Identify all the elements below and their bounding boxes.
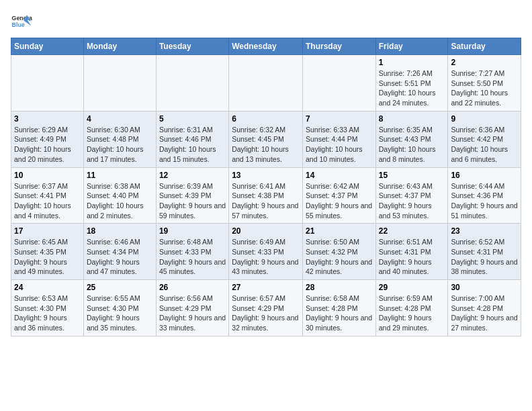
day-info: Sunrise: 6:51 AM Sunset: 4:31 PM Dayligh…	[379, 237, 445, 277]
calendar-cell: 17Sunrise: 6:45 AM Sunset: 4:35 PM Dayli…	[11, 224, 84, 280]
calendar-cell	[156, 55, 228, 111]
calendar-table: SundayMondayTuesdayWednesdayThursdayFrid…	[11, 38, 521, 336]
day-info: Sunrise: 6:48 AM Sunset: 4:33 PM Dayligh…	[159, 237, 226, 277]
day-info: Sunrise: 7:27 AM Sunset: 5:50 PM Dayligh…	[451, 68, 518, 108]
calendar-cell: 4Sunrise: 6:30 AM Sunset: 4:48 PM Daylig…	[83, 111, 156, 167]
calendar-week-row: 3Sunrise: 6:29 AM Sunset: 4:49 PM Daylig…	[11, 111, 521, 167]
calendar-cell: 28Sunrise: 6:58 AM Sunset: 4:28 PM Dayli…	[302, 280, 375, 336]
calendar-cell: 25Sunrise: 6:55 AM Sunset: 4:30 PM Dayli…	[83, 280, 156, 336]
calendar-cell: 9Sunrise: 6:36 AM Sunset: 4:42 PM Daylig…	[448, 111, 521, 167]
calendar-cell	[11, 55, 84, 111]
day-number: 25	[87, 283, 153, 292]
day-info: Sunrise: 6:52 AM Sunset: 4:31 PM Dayligh…	[451, 237, 518, 277]
day-info: Sunrise: 6:35 AM Sunset: 4:43 PM Dayligh…	[379, 125, 445, 165]
calendar-cell: 15Sunrise: 6:43 AM Sunset: 4:37 PM Dayli…	[375, 167, 448, 224]
calendar-cell: 11Sunrise: 6:38 AM Sunset: 4:40 PM Dayli…	[83, 167, 156, 224]
calendar-cell: 3Sunrise: 6:29 AM Sunset: 4:49 PM Daylig…	[11, 111, 84, 167]
day-info: Sunrise: 6:44 AM Sunset: 4:36 PM Dayligh…	[451, 181, 518, 221]
col-header-thursday: Thursday	[302, 38, 375, 55]
calendar-cell: 12Sunrise: 6:39 AM Sunset: 4:39 PM Dayli…	[156, 167, 228, 224]
calendar-cell	[83, 55, 156, 111]
col-header-sunday: Sunday	[11, 38, 84, 55]
day-info: Sunrise: 6:50 AM Sunset: 4:32 PM Dayligh…	[306, 237, 373, 277]
day-info: Sunrise: 6:59 AM Sunset: 4:28 PM Dayligh…	[379, 293, 445, 333]
day-info: Sunrise: 6:43 AM Sunset: 4:37 PM Dayligh…	[379, 181, 445, 221]
calendar-cell	[302, 55, 375, 111]
day-info: Sunrise: 6:37 AM Sunset: 4:41 PM Dayligh…	[14, 181, 81, 221]
svg-text:Blue: Blue	[12, 21, 25, 28]
day-number: 30	[451, 283, 518, 292]
day-info: Sunrise: 6:33 AM Sunset: 4:44 PM Dayligh…	[306, 125, 373, 165]
day-info: Sunrise: 6:55 AM Sunset: 4:30 PM Dayligh…	[87, 293, 153, 333]
calendar-cell: 29Sunrise: 6:59 AM Sunset: 4:28 PM Dayli…	[375, 280, 448, 336]
day-info: Sunrise: 6:57 AM Sunset: 4:29 PM Dayligh…	[232, 293, 300, 333]
calendar-cell: 18Sunrise: 6:46 AM Sunset: 4:34 PM Dayli…	[83, 224, 156, 280]
day-number: 10	[14, 171, 81, 180]
day-info: Sunrise: 6:38 AM Sunset: 4:40 PM Dayligh…	[87, 181, 153, 221]
calendar-cell: 14Sunrise: 6:42 AM Sunset: 4:37 PM Dayli…	[302, 167, 375, 224]
day-info: Sunrise: 6:49 AM Sunset: 4:33 PM Dayligh…	[232, 237, 300, 277]
col-header-wednesday: Wednesday	[229, 38, 303, 55]
day-number: 29	[379, 283, 445, 292]
day-info: Sunrise: 6:39 AM Sunset: 4:39 PM Dayligh…	[159, 181, 226, 221]
page-header: General Blue	[11, 11, 521, 32]
calendar-cell: 10Sunrise: 6:37 AM Sunset: 4:41 PM Dayli…	[11, 167, 84, 224]
day-info: Sunrise: 6:29 AM Sunset: 4:49 PM Dayligh…	[14, 125, 81, 165]
day-number: 21	[306, 226, 373, 236]
day-number: 28	[306, 283, 373, 292]
calendar-header-row: SundayMondayTuesdayWednesdayThursdayFrid…	[11, 38, 521, 55]
day-number: 22	[379, 226, 445, 236]
calendar-cell: 16Sunrise: 6:44 AM Sunset: 4:36 PM Dayli…	[448, 167, 521, 224]
day-info: Sunrise: 6:42 AM Sunset: 4:37 PM Dayligh…	[306, 181, 373, 221]
calendar-cell: 5Sunrise: 6:31 AM Sunset: 4:46 PM Daylig…	[156, 111, 228, 167]
calendar-week-row: 17Sunrise: 6:45 AM Sunset: 4:35 PM Dayli…	[11, 224, 521, 280]
calendar-week-row: 1Sunrise: 7:26 AM Sunset: 5:51 PM Daylig…	[11, 55, 521, 111]
day-number: 18	[87, 226, 153, 236]
calendar-cell: 19Sunrise: 6:48 AM Sunset: 4:33 PM Dayli…	[156, 224, 228, 280]
day-number: 5	[159, 114, 226, 124]
day-info: Sunrise: 7:26 AM Sunset: 5:51 PM Dayligh…	[379, 68, 445, 108]
calendar-cell: 7Sunrise: 6:33 AM Sunset: 4:44 PM Daylig…	[302, 111, 375, 167]
day-number: 11	[87, 171, 153, 180]
calendar-cell: 2Sunrise: 7:27 AM Sunset: 5:50 PM Daylig…	[448, 55, 521, 111]
day-info: Sunrise: 6:53 AM Sunset: 4:30 PM Dayligh…	[14, 293, 81, 333]
calendar-cell: 22Sunrise: 6:51 AM Sunset: 4:31 PM Dayli…	[375, 224, 448, 280]
day-number: 17	[14, 226, 81, 236]
day-info: Sunrise: 6:56 AM Sunset: 4:29 PM Dayligh…	[159, 293, 226, 333]
calendar-cell: 8Sunrise: 6:35 AM Sunset: 4:43 PM Daylig…	[375, 111, 448, 167]
logo: General Blue	[11, 11, 32, 32]
calendar-week-row: 10Sunrise: 6:37 AM Sunset: 4:41 PM Dayli…	[11, 167, 521, 224]
day-number: 9	[451, 114, 518, 124]
calendar-cell: 1Sunrise: 7:26 AM Sunset: 5:51 PM Daylig…	[375, 55, 448, 111]
day-number: 24	[14, 283, 81, 292]
day-number: 6	[232, 114, 300, 124]
calendar-cell: 24Sunrise: 6:53 AM Sunset: 4:30 PM Dayli…	[11, 280, 84, 336]
day-number: 19	[159, 226, 226, 236]
calendar-cell: 30Sunrise: 7:00 AM Sunset: 4:28 PM Dayli…	[448, 280, 521, 336]
day-number: 4	[87, 114, 153, 124]
day-number: 7	[306, 114, 373, 124]
day-number: 15	[379, 171, 445, 180]
day-info: Sunrise: 6:36 AM Sunset: 4:42 PM Dayligh…	[451, 125, 518, 165]
logo-icon: General Blue	[11, 11, 32, 32]
day-number: 20	[232, 226, 300, 236]
day-number: 16	[451, 171, 518, 180]
day-info: Sunrise: 6:32 AM Sunset: 4:45 PM Dayligh…	[232, 125, 300, 165]
calendar-week-row: 24Sunrise: 6:53 AM Sunset: 4:30 PM Dayli…	[11, 280, 521, 336]
calendar-cell: 27Sunrise: 6:57 AM Sunset: 4:29 PM Dayli…	[229, 280, 303, 336]
day-number: 26	[159, 283, 226, 292]
day-info: Sunrise: 6:58 AM Sunset: 4:28 PM Dayligh…	[306, 293, 373, 333]
calendar-cell	[229, 55, 303, 111]
col-header-tuesday: Tuesday	[156, 38, 228, 55]
day-number: 14	[306, 171, 373, 180]
day-info: Sunrise: 6:41 AM Sunset: 4:38 PM Dayligh…	[232, 181, 300, 221]
calendar-cell: 13Sunrise: 6:41 AM Sunset: 4:38 PM Dayli…	[229, 167, 303, 224]
day-number: 3	[14, 114, 81, 124]
calendar-cell: 23Sunrise: 6:52 AM Sunset: 4:31 PM Dayli…	[448, 224, 521, 280]
day-number: 23	[451, 226, 518, 236]
day-number: 27	[232, 283, 300, 292]
day-info: Sunrise: 6:46 AM Sunset: 4:34 PM Dayligh…	[87, 237, 153, 277]
day-info: Sunrise: 7:00 AM Sunset: 4:28 PM Dayligh…	[451, 293, 518, 333]
day-number: 1	[379, 58, 445, 67]
day-number: 8	[379, 114, 445, 124]
